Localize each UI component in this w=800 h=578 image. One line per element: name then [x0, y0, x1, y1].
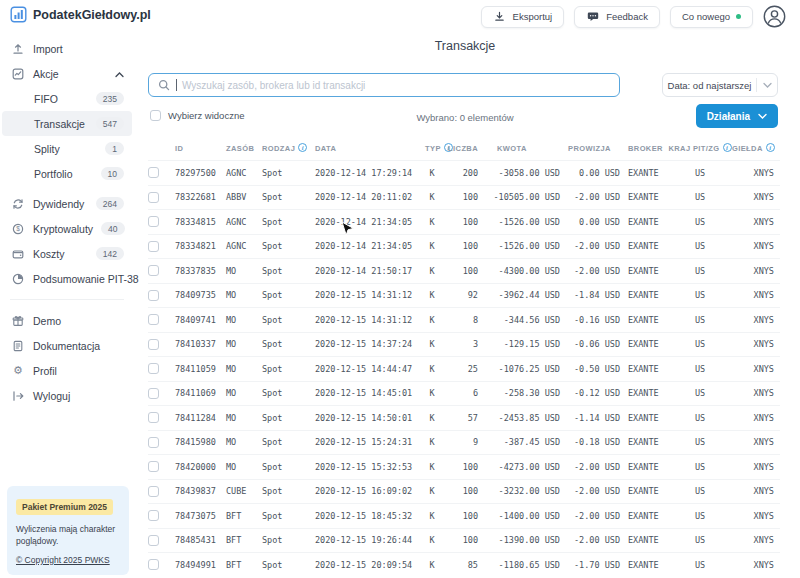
- row-checkbox[interactable]: [148, 437, 159, 448]
- cell-kraj: US: [668, 511, 732, 521]
- select-visible-control[interactable]: Wybierz widoczne: [150, 110, 244, 121]
- sidebar-item-import[interactable]: Import: [2, 36, 132, 61]
- sidebar-item-portfolio[interactable]: Portfolio 10: [2, 161, 132, 186]
- sort-dropdown[interactable]: Data: od najstarszej: [662, 73, 778, 97]
- cell-typ: K: [418, 241, 446, 251]
- cell-liczba: 3: [446, 339, 482, 349]
- row-checkbox[interactable]: [148, 388, 159, 399]
- select-visible-checkbox[interactable]: [150, 110, 161, 121]
- cell-typ: K: [418, 290, 446, 300]
- sidebar-item-wyloguj[interactable]: Wyloguj: [2, 383, 132, 408]
- sidebar-item-dokumentacja[interactable]: Dokumentacja: [2, 333, 132, 358]
- feedback-button[interactable]: Feedback: [574, 6, 660, 28]
- table-row: 78411284MOSpot2020-12-15 14:50:01K57-245…: [148, 405, 780, 430]
- cell-typ: K: [418, 511, 446, 521]
- whats-new-button[interactable]: Co nowego: [670, 6, 753, 28]
- dividends-cycle-icon: [11, 197, 25, 211]
- row-checkbox[interactable]: [148, 363, 159, 374]
- column-header-gielda: GIEŁDAi: [732, 143, 780, 153]
- sidebar-item-profil[interactable]: ⚙ Profil: [2, 358, 132, 383]
- sidebar-item-dywidendy[interactable]: Dywidendy 264: [2, 191, 132, 216]
- row-checkbox[interactable]: [148, 167, 159, 178]
- row-checkbox[interactable]: [148, 241, 159, 252]
- cell-zasob: MO: [222, 266, 260, 276]
- sidebar-label: Dokumentacja: [33, 340, 124, 352]
- cell-zasob: BFT: [222, 535, 260, 545]
- sidebar-label: Podsumowanie PIT-38: [33, 273, 139, 285]
- column-label: GIEŁDA: [732, 144, 763, 153]
- cell-kraj: US: [668, 192, 732, 202]
- sidebar-item-kryptowaluty[interactable]: $ Kryptowaluty 40: [2, 216, 132, 241]
- bar-chart-logo-icon: [10, 6, 27, 23]
- cell-kraj: US: [668, 241, 732, 251]
- whats-new-label: Co nowego: [682, 11, 730, 22]
- sidebar-item-transakcje[interactable]: Transakcje 547: [2, 111, 132, 136]
- search-input[interactable]: Wyszukaj zasób, brokera lub id transakcj…: [148, 73, 620, 97]
- row-checkbox[interactable]: [148, 535, 159, 546]
- crypto-coin-icon: $: [11, 222, 25, 236]
- cell-id: 78473075: [164, 511, 222, 521]
- pie-chart-icon: [11, 272, 25, 286]
- brand[interactable]: PodatekGiełdowy.pl: [10, 6, 151, 23]
- cell-data: 2020-12-15 14:45:01: [306, 388, 418, 398]
- cell-liczba: 85: [446, 560, 482, 570]
- cell-typ: K: [418, 315, 446, 325]
- row-checkbox[interactable]: [148, 559, 159, 570]
- row-checkbox[interactable]: [148, 216, 159, 227]
- sidebar-item-fifo[interactable]: FIFO 235: [2, 86, 132, 111]
- cell-zasob: BFT: [222, 511, 260, 521]
- cell-typ: K: [418, 192, 446, 202]
- cell-liczba: 100: [446, 241, 482, 251]
- export-label: Eksportuj: [513, 11, 553, 22]
- transactions-table: IDZASÓBRODZAJiDATATYPiLICZBAKWOTAPROWIZJ…: [148, 136, 780, 577]
- info-icon[interactable]: i: [766, 143, 775, 152]
- row-checkbox[interactable]: [148, 339, 159, 350]
- cell-prowizja: -0.12 USD: [566, 388, 622, 398]
- cell-id: 78411069: [164, 388, 222, 398]
- cell-id: 78297500: [164, 168, 222, 178]
- sidebar-item-demo[interactable]: Demo: [2, 308, 132, 333]
- table-row: 78409735MOSpot2020-12-15 14:31:12K92-396…: [148, 283, 780, 308]
- cell-typ: K: [418, 388, 446, 398]
- avatar[interactable]: [763, 5, 786, 28]
- table-row: 78337835MOSpot2020-12-14 21:50:17K100-43…: [148, 258, 780, 283]
- sidebar-item-splity[interactable]: Splity 1: [2, 136, 132, 161]
- actions-button[interactable]: Działania: [696, 104, 778, 128]
- cell-id: 78334815: [164, 217, 222, 227]
- table-row: 78415980MOSpot2020-12-15 15:24:31K9-387.…: [148, 430, 780, 455]
- row-checkbox[interactable]: [148, 486, 159, 497]
- count-badge: 142: [96, 247, 124, 260]
- cell-data: 2020-12-14 21:34:05: [306, 217, 418, 227]
- cell-typ: K: [418, 437, 446, 447]
- table-header: IDZASÓBRODZAJiDATATYPiLICZBAKWOTAPROWIZJ…: [148, 136, 780, 160]
- info-icon[interactable]: i: [723, 143, 732, 152]
- cell-typ: K: [418, 535, 446, 545]
- sidebar-label: Dywidendy: [33, 198, 88, 210]
- sidebar-label: Kryptowaluty: [33, 223, 93, 235]
- sidebar: Import Akcje FIFO 235 Transakcje 547 Spl…: [0, 36, 134, 578]
- cell-data: 2020-12-15 14:44:47: [306, 364, 418, 374]
- sidebar-item-koszty[interactable]: Koszty 142: [2, 241, 132, 266]
- cell-prowizja: -2.00 USD: [566, 192, 622, 202]
- row-checkbox[interactable]: [148, 265, 159, 276]
- sidebar-item-podsumowanie-pit38[interactable]: Podsumowanie PIT-38: [2, 266, 132, 291]
- cell-gielda: XNYS: [732, 192, 780, 202]
- row-checkbox[interactable]: [148, 290, 159, 301]
- row-checkbox[interactable]: [148, 510, 159, 521]
- row-checkbox[interactable]: [148, 192, 159, 203]
- column-header-liczba: LICZBA: [446, 144, 482, 153]
- premium-box: Pakiet Premium 2025 Wyliczenia mają char…: [7, 486, 129, 576]
- cell-prowizja: -2.00 USD: [566, 486, 622, 496]
- row-checkbox[interactable]: [148, 461, 159, 472]
- cell-kwota: -1390.00 USD: [482, 535, 566, 545]
- sidebar-item-akcje[interactable]: Akcje: [2, 61, 132, 86]
- copyright-link[interactable]: © Copyright 2025 PWKS: [16, 555, 110, 565]
- cell-data: 2020-12-15 16:09:02: [306, 486, 418, 496]
- row-checkbox[interactable]: [148, 314, 159, 325]
- cell-data: 2020-12-15 14:31:12: [306, 315, 418, 325]
- row-checkbox[interactable]: [148, 412, 159, 423]
- count-badge: 235: [96, 92, 124, 105]
- sidebar-label: Import: [33, 43, 124, 55]
- export-button[interactable]: Eksportuj: [481, 6, 565, 28]
- cell-kwota: -3232.00 USD: [482, 486, 566, 496]
